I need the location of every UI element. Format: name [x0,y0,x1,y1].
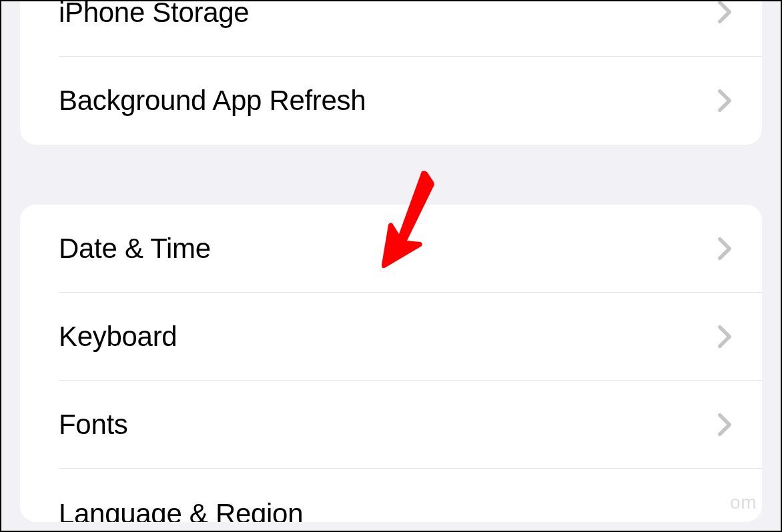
settings-group-general: Date & Time Keyboard Fonts Language & Re… [20,205,762,522]
chevron-right-icon [717,0,732,24]
row-label: Fonts [59,409,128,441]
settings-container: iPhone Storage Background App Refresh Da… [0,0,782,522]
row-label: Keyboard [59,321,177,353]
row-label: iPhone Storage [59,0,249,27]
chevron-right-icon [717,89,732,113]
row-label: Date & Time [59,233,211,265]
row-iphone-storage[interactable]: iPhone Storage [20,0,762,57]
chevron-right-icon [717,413,732,437]
chevron-right-icon [717,237,732,261]
row-fonts[interactable]: Fonts [20,381,762,469]
row-label: Background App Refresh [59,85,366,117]
row-keyboard[interactable]: Keyboard [20,293,762,381]
row-label: Language & Region [59,505,303,522]
row-language-region[interactable]: Language & Region [20,469,762,522]
chevron-right-icon [717,325,732,349]
row-date-time[interactable]: Date & Time [20,205,762,293]
settings-group-storage: iPhone Storage Background App Refresh [20,0,762,145]
row-background-app-refresh[interactable]: Background App Refresh [20,57,762,145]
